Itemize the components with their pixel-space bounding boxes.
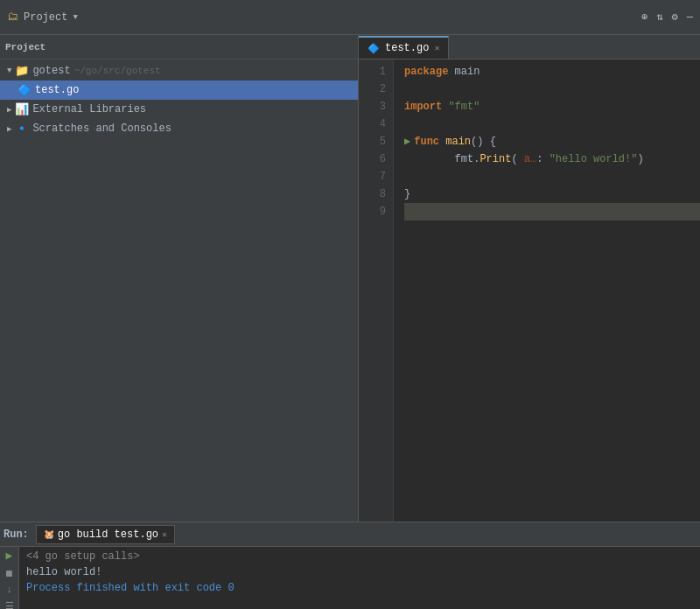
toolbar-target-icon[interactable]: ⊕ [641,10,648,24]
line-num-7: 7 [359,168,386,186]
output-line-3: Process finished with exit code 0 [26,580,693,596]
toolbar-right: ⊕ ⇅ ⚙ — [641,10,693,24]
toolbar-gear-icon[interactable]: ⚙ [672,10,678,24]
fn-main: main [445,133,471,150]
run-label: Run: [4,528,29,541]
code-line-2 [404,80,700,98]
tree-item-gotest[interactable]: ▼ 📁 gotest ~/go/src/gotest [0,61,358,80]
build-tab-label: go build test.go [58,528,158,541]
project-folder-icon: 🗂 [7,10,18,24]
build-tab-icon: 🐹 [44,529,54,540]
expand-arrow-ext-libs: ▶ [7,105,11,115]
sidebar-title: Project [5,42,46,52]
tree-label-scratches: Scratches and Consoles [32,122,171,135]
sidebar-header: Project [0,35,358,60]
code-line-7 [404,168,700,186]
expand-arrow-scratches: ▶ [7,124,11,134]
stop-button[interactable]: ⏹ [3,568,17,579]
tab-file-icon: 🔷 [368,43,380,54]
code-line-1: package main [404,63,700,80]
kw-func: func [414,133,439,150]
tab-test-go[interactable]: 🔷 test.go ✕ [359,36,449,59]
bottom-tab-bar: Run: 🐹 go build test.go ✕ [0,522,700,547]
print-close: ) [637,150,643,168]
code-line-5: ▶ func main () { [404,133,700,150]
tab-close-button[interactable]: ✕ [434,43,439,53]
bottom-tab-build[interactable]: 🐹 go build test.go ✕ [36,525,175,544]
code-line-3: import "fmt" [404,98,700,116]
close-brace: } [404,186,410,203]
library-icon: 📊 [15,102,29,116]
tab-label-test-go: test.go [385,42,429,54]
print-open: ( [511,150,517,168]
scratch-icon: 🔹 [15,122,29,136]
fn-print: Print [480,150,511,168]
pkg-fmt: fmt [455,150,474,168]
expand-arrow-gotest: ▼ [7,66,11,75]
tree-item-test-go[interactable]: 🔷 test.go [0,80,358,100]
run-arrow-line5[interactable]: ▶ [404,133,410,150]
sidebar: Project ▼ 📁 gotest ~/go/src/gotest 🔷 tes… [0,35,359,522]
code-line-4 [404,116,700,133]
tree-item-ext-libs[interactable]: ▶ 📊 External Libraries [0,100,358,119]
tree-item-scratches[interactable]: ▶ 🔹 Scratches and Consoles [0,119,358,138]
print-space [518,150,524,168]
toolbar-minimize-icon[interactable]: — [687,11,693,24]
dot-sep: . [473,150,480,168]
tree-label-test-go: test.go [35,84,79,96]
param-variadic: a… [524,150,536,168]
import-space [442,98,448,116]
main-area: Project ▼ 📁 gotest ~/go/src/gotest 🔷 tes… [0,35,700,522]
line-num-8: 8 [359,186,386,203]
import-fmt: "fmt" [448,98,480,116]
go-file-icon: 🔷 [18,83,32,97]
tree-path-gotest: ~/go/src/gotest [74,66,161,76]
kw-import: import [404,98,442,116]
line-numbers: 1 2 3 4 5 6 7 8 9 [359,60,394,522]
output-content: <4 go setup calls> hello world! Process … [19,547,700,609]
line-num-1: 1 [359,63,386,80]
hello-world-str: "hello world!" [550,150,638,168]
fn-parens: () { [471,133,496,150]
file-tree: ▼ 📁 gotest ~/go/src/gotest 🔷 test.go ▶ 📊… [0,60,358,522]
top-toolbar: 🗂 Project ▼ ⊕ ⇅ ⚙ — [0,0,700,35]
code-editor: 1 2 3 4 5 6 7 8 9 package main [359,60,700,522]
line-num-4: 4 [359,116,386,133]
build-tab-close[interactable]: ✕ [162,529,167,540]
folder-icon-gotest: 📁 [15,64,29,78]
tree-label-gotest: gotest [32,65,70,77]
line-num-9: 9 [359,203,386,220]
output-line-2: hello world! [26,564,693,580]
line-num-6: 6 [359,150,386,168]
run-button[interactable]: ▶ [3,549,17,563]
toolbar-left: 🗂 Project ▼ [7,10,78,24]
toolbar-sort-icon[interactable]: ⇅ [656,10,662,24]
line-num-2: 2 [359,80,386,98]
tree-label-ext-libs: External Libraries [32,103,146,116]
scroll-down-button[interactable]: ↓ [3,584,17,595]
indent-spaces [404,150,455,168]
kw-package: package [404,63,448,80]
line-num-5: 5 [359,133,386,150]
code-line-8: } [404,186,700,203]
pkg-name-main: main [448,63,480,80]
colon-sep: : [536,150,549,168]
tab-bar: 🔷 test.go ✕ [359,35,700,60]
code-line-6: fmt . Print ( a… : "hello world!" ) [404,150,700,168]
menu-button[interactable]: ☰ [3,600,17,609]
line-num-3: 3 [359,98,386,116]
project-label: Project [24,11,67,24]
output-sidebar: ▶ ⏹ ↓ ☰ [0,547,19,609]
editor-area: 🔷 test.go ✕ 1 2 3 4 5 6 7 8 9 package [359,35,700,522]
output-area: ▶ ⏹ ↓ ☰ <4 go setup calls> hello world! … [0,547,700,609]
output-line-1: <4 go setup calls> [26,549,693,564]
fn-space [439,133,445,150]
code-content[interactable]: package main import "fmt" ▶ func [394,60,700,522]
project-dropdown-arrow[interactable]: ▼ [73,13,77,22]
code-line-9 [404,203,700,220]
bottom-panel: Run: 🐹 go build test.go ✕ ▶ ⏹ ↓ ☰ <4 go … [0,522,700,609]
